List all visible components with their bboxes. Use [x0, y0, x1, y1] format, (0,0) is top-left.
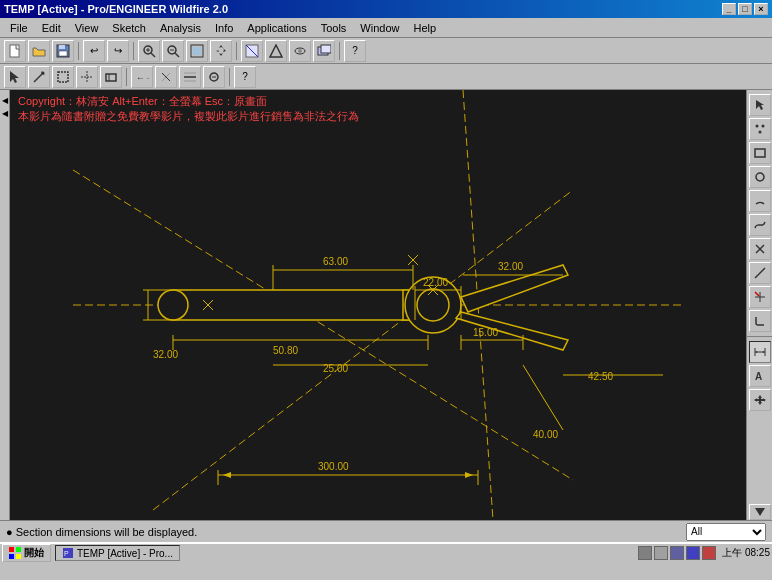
toolbar-sketch3[interactable] [76, 66, 98, 88]
svg-text:32.00: 32.00 [153, 349, 178, 360]
menu-view[interactable]: View [69, 20, 105, 36]
toolbar-dim1[interactable]: ←→ [131, 66, 153, 88]
right-btn-select[interactable] [749, 94, 771, 116]
svg-text:50.80: 50.80 [273, 345, 298, 356]
clock: 上午 08:25 [722, 546, 770, 560]
toolbar-save[interactable] [52, 40, 74, 62]
right-btn-circle[interactable] [749, 166, 771, 188]
toolbar-new[interactable] [4, 40, 26, 62]
toolbar-zoom-out[interactable] [162, 40, 184, 62]
canvas-area[interactable]: Copyright：林清安 Alt+Enter：全螢幕 Esc：原畫面 本影片為… [10, 90, 746, 520]
title-bar: TEMP [Active] - Pro/ENGINEER Wildfire 2.… [0, 0, 772, 18]
right-btn-points[interactable] [749, 118, 771, 140]
svg-rect-92 [755, 149, 765, 157]
right-btn-text[interactable]: A [749, 365, 771, 387]
menu-window[interactable]: Window [354, 20, 405, 36]
svg-text:63.00: 63.00 [323, 256, 348, 267]
svg-text:32.00: 32.00 [498, 261, 523, 272]
svg-rect-111 [16, 554, 21, 559]
toolbar-pattern[interactable]: ? [234, 66, 256, 88]
left-arrow-1[interactable]: ◀ [2, 96, 8, 105]
left-arrow-2[interactable]: ◀ [2, 109, 8, 118]
right-btn-rectangle[interactable] [749, 142, 771, 164]
systray-icon-1 [638, 546, 652, 560]
svg-line-39 [153, 190, 573, 510]
maximize-button[interactable]: □ [738, 3, 752, 15]
svg-point-93 [756, 173, 764, 181]
svg-marker-107 [755, 508, 765, 516]
toolbar-undo[interactable]: ↩ [83, 40, 105, 62]
right-btn-fillet[interactable] [749, 310, 771, 332]
minimize-button[interactable]: _ [722, 3, 736, 15]
toolbar-help[interactable]: ? [344, 40, 366, 62]
svg-rect-109 [16, 547, 21, 552]
svg-rect-41 [173, 290, 423, 320]
start-button[interactable]: 開始 [2, 544, 51, 562]
svg-point-91 [758, 131, 761, 134]
menu-help[interactable]: Help [407, 20, 442, 36]
svg-marker-86 [465, 472, 473, 478]
svg-text:P: P [64, 550, 69, 557]
status-bar: ● Section dimensions will be displayed. … [0, 520, 772, 542]
svg-marker-102 [762, 351, 764, 353]
menu-info[interactable]: Info [209, 20, 239, 36]
svg-rect-110 [9, 554, 14, 559]
svg-marker-13 [216, 45, 226, 56]
systray-icon-4 [686, 546, 700, 560]
svg-text:←→: ←→ [136, 73, 149, 83]
menu-tools[interactable]: Tools [315, 20, 353, 36]
svg-line-5 [151, 53, 155, 57]
right-btn-arc[interactable] [749, 190, 771, 212]
toolbar-constraint[interactable] [179, 66, 201, 88]
menu-edit[interactable]: Edit [36, 20, 67, 36]
toolbar-pan[interactable] [210, 40, 232, 62]
right-btn-line[interactable] [749, 262, 771, 284]
svg-point-89 [755, 125, 758, 128]
taskbar: 開始 P TEMP [Active] - Pro... 上午 08:25 [0, 542, 772, 562]
svg-rect-20 [321, 45, 331, 53]
close-button[interactable]: × [754, 3, 768, 15]
right-btn-trim[interactable] [749, 286, 771, 308]
main-layout: ◀ ◀ Copyright：林清安 Alt+Enter：全螢幕 Esc：原畫面 … [0, 90, 772, 520]
right-btn-cross[interactable] [749, 238, 771, 260]
right-scrolldown[interactable] [749, 504, 771, 520]
separator-4 [339, 42, 340, 60]
toolbar-dim2[interactable] [155, 66, 177, 88]
svg-rect-3 [59, 51, 67, 56]
right-btn-move[interactable] [749, 389, 771, 411]
toolbar-fit[interactable] [186, 40, 208, 62]
left-sidebar: ◀ ◀ [0, 90, 10, 520]
right-separator [747, 336, 772, 337]
toolbar-sketch2[interactable] [52, 66, 74, 88]
right-btn-dimension[interactable] [749, 341, 771, 363]
svg-point-45 [417, 289, 449, 321]
toolbar-repaint[interactable] [241, 40, 263, 62]
svg-text:40.00: 40.00 [533, 429, 558, 440]
toolbar-row-1: ↩ ↪ ? [0, 38, 772, 64]
toolbar-shade[interactable] [313, 40, 335, 62]
menu-analysis[interactable]: Analysis [154, 20, 207, 36]
menu-sketch[interactable]: Sketch [106, 20, 152, 36]
separator-3 [236, 42, 237, 60]
toolbar-sketch4[interactable] [100, 66, 122, 88]
separator-6 [229, 68, 230, 86]
toolbar-orient[interactable] [265, 40, 287, 62]
taskbar-task-0[interactable]: P TEMP [Active] - Pro... [55, 545, 180, 561]
svg-rect-27 [106, 74, 116, 81]
toolbar-modify[interactable] [203, 66, 225, 88]
svg-rect-108 [9, 547, 14, 552]
toolbar-zoom-in[interactable] [138, 40, 160, 62]
svg-text:A: A [755, 371, 762, 382]
separator-1 [78, 42, 79, 60]
toolbar-spin[interactable] [289, 40, 311, 62]
menu-file[interactable]: File [4, 20, 34, 36]
toolbar-redo[interactable]: ↪ [107, 40, 129, 62]
menu-applications[interactable]: Applications [241, 20, 312, 36]
status-filter-select[interactable]: All Weak Strong [686, 523, 766, 541]
svg-marker-88 [756, 100, 764, 110]
toolbar-select[interactable] [4, 66, 26, 88]
svg-rect-2 [59, 45, 65, 49]
toolbar-sketch1[interactable] [28, 66, 50, 88]
right-btn-curve[interactable] [749, 214, 771, 236]
toolbar-open[interactable] [28, 40, 50, 62]
